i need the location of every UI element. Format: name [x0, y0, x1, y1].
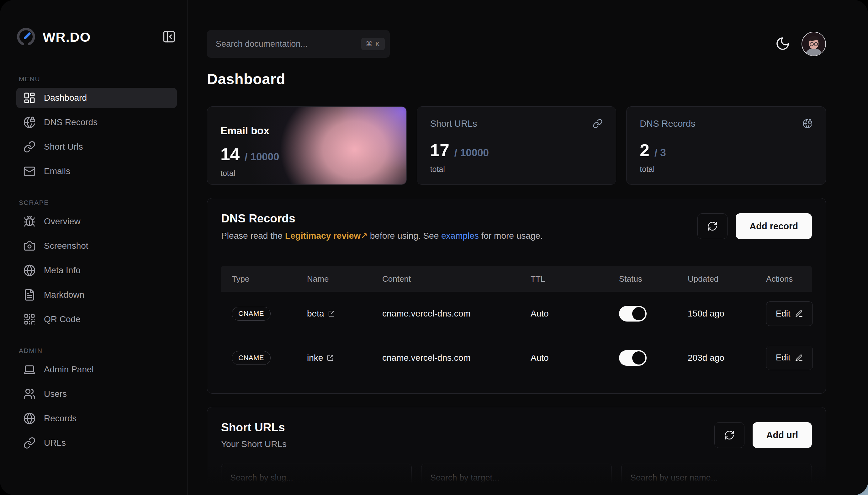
table-row: CNAME beta cname.vercel-dns.com Auto 150…: [221, 292, 812, 336]
stat-card-caption: total: [640, 165, 813, 174]
user-avatar[interactable]: [801, 32, 826, 56]
sidebar: WR.DO MENU Dashboard DNS Records Short U…: [0, 0, 188, 495]
toggle-knob: [632, 351, 645, 364]
table-header-row: Type Name Content TTL Status Updated Act…: [221, 266, 812, 292]
record-type-badge: CNAME: [232, 351, 271, 365]
search-placeholder: Search documentation...: [216, 39, 308, 49]
stat-card-value: 14: [221, 144, 240, 164]
panel-title: Short URLs: [221, 421, 287, 434]
sidebar-item-meta-info[interactable]: Meta Info: [16, 260, 177, 280]
bug-icon: [23, 215, 36, 228]
sidebar-item-label: Admin Panel: [44, 364, 94, 375]
sidebar-item-users[interactable]: Users: [16, 384, 177, 404]
topbar: Search documentation... ⌘ K: [207, 30, 826, 58]
record-ttl: Auto: [520, 309, 608, 319]
stat-card-email-box: Email box 14 / 10000 total: [207, 106, 407, 185]
external-arrow-icon: ↗: [361, 231, 367, 241]
sidebar-item-label: Overview: [44, 217, 81, 226]
pencil-icon: [795, 310, 803, 318]
status-toggle[interactable]: [619, 350, 647, 366]
short-urls-panel: Short URLs Your Short URLs Add url: [207, 407, 826, 495]
theme-toggle-button[interactable]: [775, 36, 791, 52]
examples-link[interactable]: examples: [441, 231, 479, 241]
sidebar-item-label: Meta Info: [44, 266, 81, 275]
file-text-icon: [23, 289, 36, 301]
record-name: beta: [307, 309, 324, 319]
edit-record-button[interactable]: Edit: [766, 302, 813, 326]
desc-text: Please read the: [221, 231, 285, 241]
col-header-content: Content: [371, 274, 520, 284]
sidebar-item-records[interactable]: Records: [16, 408, 177, 428]
add-record-button[interactable]: Add record: [736, 213, 812, 239]
sidebar-item-overview[interactable]: Overview: [16, 211, 177, 232]
sidebar-item-label: Emails: [44, 166, 70, 176]
refresh-button[interactable]: [697, 213, 728, 239]
edit-record-button[interactable]: Edit: [766, 346, 813, 370]
sidebar-item-label: Dashboard: [44, 93, 87, 103]
sidebar-item-short-urls[interactable]: Short Urls: [16, 137, 177, 157]
dashboard-icon: [23, 91, 36, 104]
globe-lock-icon: [802, 119, 813, 129]
desc-text: for more usage.: [479, 231, 543, 241]
col-header-status: Status: [608, 274, 677, 284]
stat-card-short-urls: Short URLs 17 / 10000 total: [417, 106, 617, 185]
topbar-actions: [775, 32, 826, 56]
sidebar-item-label: Users: [44, 389, 67, 399]
sidebar-item-markdown[interactable]: Markdown: [16, 285, 177, 305]
col-header-actions: Actions: [756, 274, 812, 284]
brand-name: WR.DO: [42, 30, 91, 45]
page-title: Dashboard: [207, 70, 826, 87]
brand-row: WR.DO: [16, 27, 177, 47]
sidebar-item-label: Markdown: [44, 290, 84, 300]
sidebar-item-label: Screenshot: [44, 241, 88, 251]
search-by-slug-input[interactable]: [221, 464, 412, 492]
sidebar-item-label: Short Urls: [44, 142, 83, 152]
stat-card-title: Email box: [221, 125, 393, 137]
sidebar-item-admin-panel[interactable]: Admin Panel: [16, 359, 177, 379]
link-icon: [23, 437, 36, 449]
qr-code-icon: [23, 313, 36, 326]
refresh-icon: [707, 221, 718, 232]
panel-subtitle: Your Short URLs: [221, 439, 287, 449]
panel-left-close-icon: [162, 30, 176, 44]
url-filters-row: [221, 464, 812, 492]
search-by-user-name-input[interactable]: [621, 464, 812, 492]
add-url-button[interactable]: Add url: [752, 422, 812, 448]
status-toggle[interactable]: [619, 306, 647, 322]
stat-card-title: Short URLs: [430, 119, 477, 129]
dns-panel-heading: DNS Records Please read the Legitimacy r…: [221, 212, 543, 241]
record-updated: 203d ago: [677, 353, 756, 363]
sidebar-item-label: QR Code: [44, 314, 81, 324]
stat-card-caption: total: [221, 169, 393, 178]
nav-section-label-scrape: SCRAPE: [19, 199, 177, 206]
laptop-icon: [23, 363, 36, 376]
keyboard-shortcut-badge: ⌘ K: [361, 38, 385, 50]
external-link-icon[interactable]: [328, 310, 335, 317]
external-link-icon[interactable]: [327, 355, 334, 361]
users-icon: [23, 388, 36, 400]
col-header-updated: Updated: [677, 274, 756, 284]
search-by-target-input[interactable]: [421, 464, 612, 492]
sidebar-item-qr-code[interactable]: QR Code: [16, 309, 177, 329]
globe-lock-icon: [23, 116, 36, 129]
sidebar-item-dns-records[interactable]: DNS Records: [16, 112, 177, 132]
stat-card-value: 17: [430, 140, 449, 160]
avatar-image: [802, 32, 826, 55]
sidebar-item-label: DNS Records: [44, 117, 98, 127]
legitimacy-review-link[interactable]: Legitimacy review↗: [285, 231, 367, 241]
sidebar-item-urls[interactable]: URLs: [16, 433, 177, 453]
record-ttl: Auto: [520, 353, 608, 363]
col-header-type: Type: [221, 274, 296, 284]
stat-cards-row: Email box 14 / 10000 total Short URLs 17…: [207, 106, 826, 185]
record-content: cname.vercel-dns.com: [371, 309, 520, 319]
screenshot-stage: WR.DO MENU Dashboard DNS Records Short U…: [0, 0, 868, 495]
sidebar-collapse-button[interactable]: [161, 29, 177, 45]
stat-card-caption: total: [430, 165, 603, 174]
sidebar-item-screenshot[interactable]: Screenshot: [16, 236, 177, 256]
refresh-button[interactable]: [714, 422, 744, 448]
search-input[interactable]: Search documentation... ⌘ K: [207, 30, 390, 58]
app-window: WR.DO MENU Dashboard DNS Records Short U…: [0, 0, 868, 495]
table-row: CNAME inke cname.vercel-dns.com Auto 203…: [221, 336, 812, 379]
sidebar-item-dashboard[interactable]: Dashboard: [16, 88, 177, 108]
sidebar-item-emails[interactable]: Emails: [16, 161, 177, 181]
